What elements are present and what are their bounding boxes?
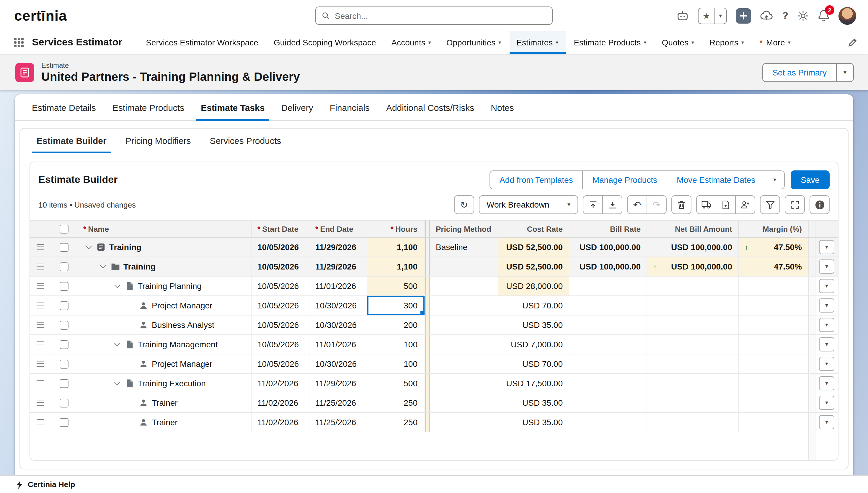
row-drag-handle[interactable] [30,316,52,335]
vertical-scrollbar[interactable] [808,257,815,276]
search-input[interactable] [335,11,546,20]
cell-hours[interactable]: 100 [367,355,425,373]
cell-cost-rate[interactable]: USD 17,500.00 [498,374,569,393]
row-checkbox[interactable] [60,321,68,329]
cell-end-date[interactable]: 11/29/2026 [309,257,367,276]
cell-pricing-method[interactable] [430,393,498,412]
subtab-pricing-modifiers[interactable]: Pricing Modifiers [116,129,200,153]
edit-nav-pencil-icon[interactable] [848,38,857,47]
cell-bill-rate[interactable] [569,277,647,296]
delivery-button[interactable] [696,195,716,214]
filter-button[interactable] [760,195,780,214]
cell-cost-rate[interactable]: USD 35.00 [498,393,569,412]
row-actions-button[interactable] [819,376,834,390]
cell-name[interactable]: Training Execution [77,374,251,393]
select-all-checkbox[interactable] [60,224,68,233]
cell-hours[interactable]: 250 [367,413,425,432]
cell-margin[interactable]: 47.50% [739,257,808,276]
cell-pricing-method[interactable] [430,257,498,276]
expand-button[interactable] [785,195,805,214]
chevron-down-icon[interactable] [83,238,94,257]
cell-start-date[interactable]: 11/02/2026 [251,374,309,393]
cell-bill-rate[interactable] [569,355,647,373]
cell-start-date[interactable]: 10/05/2026 [251,335,309,354]
cell-start-date[interactable]: 10/05/2026 [251,238,309,257]
cell-margin[interactable] [739,335,808,354]
add-user-button[interactable] [735,195,755,214]
user-avatar[interactable] [839,7,856,24]
move-estimate-dates-button[interactable]: Move Estimate Dates [667,170,765,189]
cell-end-date[interactable]: 10/30/2026 [309,296,367,315]
cell-net-bill-amount[interactable] [647,355,739,373]
row-checkbox[interactable] [60,243,68,252]
info-button[interactable] [810,195,830,214]
cell-start-date[interactable]: 10/05/2026 [251,296,309,315]
row-actions-button[interactable] [819,415,834,429]
cell-cost-rate[interactable]: USD 7,000.00 [498,335,569,354]
notifications-bell-icon[interactable]: 2 [818,9,830,22]
app-launcher-icon[interactable] [14,38,24,47]
cell-start-date[interactable]: 11/02/2026 [251,393,309,412]
delete-button[interactable] [671,195,691,214]
global-add-icon[interactable] [735,8,751,23]
favorites-caret-icon[interactable] [714,8,726,23]
cell-hours[interactable]: 1,100 [367,238,425,257]
vertical-scrollbar[interactable] [808,374,815,393]
subtab-estimate-builder[interactable]: Estimate Builder [27,129,116,153]
row-actions-button[interactable] [819,357,834,371]
row-actions-button[interactable] [819,259,834,274]
row-drag-handle[interactable] [30,238,52,257]
cell-name[interactable]: Project Manager [77,296,251,315]
cell-name[interactable]: Trainer [77,393,251,412]
cell-margin[interactable] [739,413,808,432]
cell-end-date[interactable]: 10/30/2026 [309,355,367,373]
add-from-templates-button[interactable]: Add from Templates [489,170,583,189]
cell-end-date[interactable]: 11/25/2026 [309,393,367,412]
column-header-end-date[interactable]: *End Date [309,220,367,237]
nav-item-estimates[interactable]: Estimates [509,31,565,53]
row-actions-button[interactable] [819,396,834,410]
cell-start-date[interactable]: 11/02/2026 [251,413,309,432]
tab-additional-costs-risks[interactable]: Additional Costs/Risks [378,94,482,120]
cell-net-bill-amount[interactable]: USD 100,000.00 [647,238,739,257]
nav-item-reports[interactable]: Reports [702,31,751,53]
row-checkbox[interactable] [60,262,68,271]
upload-cloud-icon[interactable] [760,10,773,21]
vertical-scrollbar[interactable] [808,432,815,460]
cell-bill-rate[interactable] [569,335,647,354]
cell-net-bill-amount[interactable] [647,277,739,296]
cell-bill-rate[interactable] [569,393,647,412]
cell-net-bill-amount[interactable] [647,335,739,354]
cell-start-date[interactable]: 10/05/2026 [251,257,309,276]
subtab-services-products[interactable]: Services Products [200,129,291,153]
cell-hours[interactable]: 500 [367,374,425,393]
global-search[interactable] [315,6,553,25]
cell-net-bill-amount[interactable] [647,393,739,412]
settings-gear-icon[interactable] [797,10,809,22]
column-header-bill-rate[interactable]: Bill Rate [569,220,647,237]
cell-net-bill-amount[interactable] [647,316,739,335]
cell-bill-rate[interactable]: USD 100,000.00 [569,238,647,257]
row-checkbox[interactable] [60,340,68,349]
cell-end-date[interactable]: 11/29/2026 [309,238,367,257]
cell-end-date[interactable]: 11/01/2026 [309,277,367,296]
cell-cost-rate[interactable]: USD 35.00 [498,413,569,432]
cell-cost-rate[interactable]: USD 52,500.00 [498,238,569,257]
redo-button[interactable] [647,195,667,214]
row-checkbox[interactable] [60,301,68,310]
nav-item-opportunities[interactable]: Opportunities [439,31,508,53]
nav-item-quotes[interactable]: Quotes [655,31,701,53]
cell-start-date[interactable]: 10/05/2026 [251,316,309,335]
vertical-scrollbar[interactable] [808,277,815,296]
undo-button[interactable] [627,195,647,214]
vertical-scrollbar[interactable] [808,393,815,412]
cell-cost-rate[interactable]: USD 70.00 [498,355,569,373]
row-drag-handle[interactable] [30,257,52,276]
add-document-button[interactable] [716,195,736,214]
cell-cost-rate[interactable]: USD 35.00 [498,316,569,335]
cell-hours[interactable]: 500 [367,277,425,296]
cell-bill-rate[interactable]: USD 100,000.00 [569,257,647,276]
cell-bill-rate[interactable] [569,296,647,315]
cell-net-bill-amount[interactable] [647,413,739,432]
cell-name[interactable]: Training Planning [77,277,251,296]
